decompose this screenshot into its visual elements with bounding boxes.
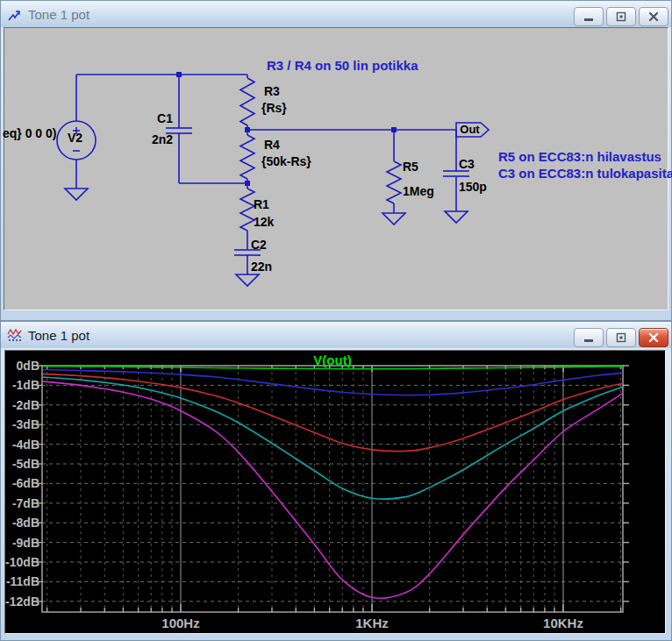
comment-r5[interactable]: R5 on ECC83:n hilavastus [498,150,661,165]
label-c2-ref[interactable]: C2 [251,239,267,252]
waveform-titlebar[interactable]: Tone 1 pot [1,322,671,348]
minimize-button[interactable] [574,328,604,347]
label-r1-ref[interactable]: R1 [254,198,269,211]
comment-c3[interactable]: C3 on ECC83:n tulokapasitanssi [498,167,672,182]
label-r5-ref[interactable]: R5 [403,160,418,174]
schematic-window: Tone 1 pot eq} 0 0 0) V2 C1 2n2 R3 {Rs} … [0,0,672,321]
plot-canvas[interactable] [4,350,666,634]
label-c3-value[interactable]: 150p [459,181,487,194]
spice-directive-partial[interactable]: eq} 0 0 0) [3,127,56,140]
waveform-app-icon [7,327,23,343]
label-c2-value[interactable]: 22n [251,260,272,274]
label-r4-value[interactable]: {50k-Rs} [261,155,311,168]
plot-trace-title[interactable]: V(out) [42,353,623,367]
waveform-window-title: Tone 1 pot [28,328,89,343]
label-c1-ref[interactable]: C1 [132,112,173,125]
waveform-window: Tone 1 pot 0dB-1dB-2dB-3dB-4dB-5dB-6dB-7… [0,321,672,641]
label-r3-value[interactable]: {Rs} [261,102,287,115]
label-r4-ref[interactable]: R4 [264,139,280,152]
label-c3-ref[interactable]: C3 [459,158,475,171]
label-r1-value[interactable]: 12k [254,216,274,229]
net-flag-out-label[interactable]: Out [458,124,482,136]
restore-button[interactable] [606,7,636,26]
label-r3-ref[interactable]: R3 [264,85,280,98]
close-button[interactable] [639,7,668,26]
schematic-titlebar[interactable]: Tone 1 pot [1,1,671,27]
label-r5-value[interactable]: 1Meg [403,185,434,198]
label-c1-value[interactable]: 2n2 [132,133,173,146]
minimize-button[interactable] [574,7,604,26]
close-button[interactable] [639,328,668,347]
schematic-window-title: Tone 1 pot [28,7,89,22]
comment-pot[interactable]: R3 / R4 on 50 lin potikka [267,59,418,74]
schematic-app-icon [7,6,23,22]
restore-button[interactable] [606,328,636,347]
label-v2-ref[interactable]: V2 [68,132,82,145]
